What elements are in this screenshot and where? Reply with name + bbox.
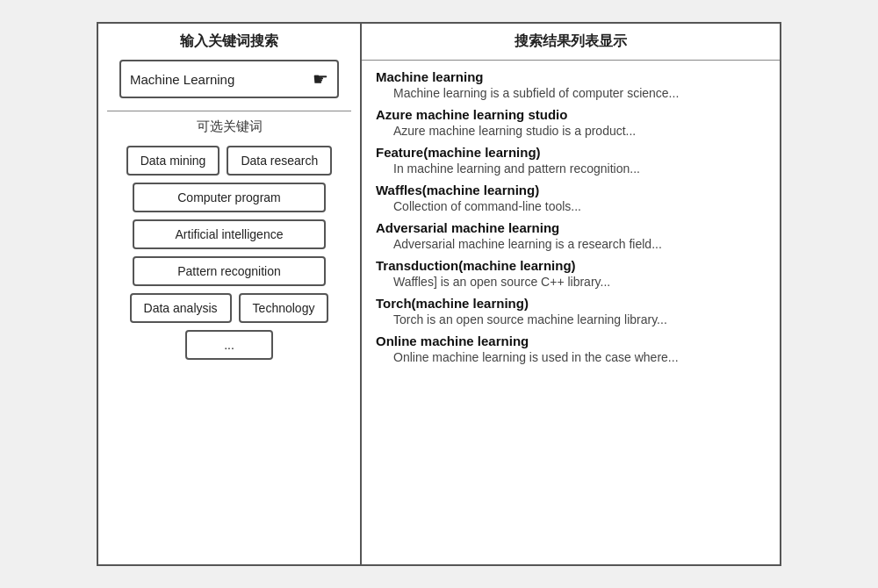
- result-item-6[interactable]: Torch(machine learning)Torch is an open …: [376, 296, 766, 326]
- result-desc-1: Azure machine learning studio is a produ…: [393, 124, 766, 138]
- keyword-btn-data-mining[interactable]: Data mining: [126, 146, 220, 176]
- keyword-btn-more[interactable]: ...: [185, 330, 273, 360]
- left-panel: 输入关键词搜索 Machine Learning ☛ 可选关键词 Data mi…: [98, 24, 362, 564]
- keywords-row-3: Pattern recognition: [133, 256, 326, 286]
- result-title-1: Azure machine learning studio: [376, 107, 766, 122]
- result-item-0[interactable]: Machine learningMachine learning is a su…: [376, 69, 766, 100]
- result-item-1[interactable]: Azure machine learning studioAzure machi…: [376, 107, 766, 138]
- result-title-6: Torch(machine learning): [376, 296, 766, 311]
- cursor-icon: ☛: [313, 68, 328, 90]
- keyword-btn-computer-program[interactable]: Computer program: [133, 183, 326, 212]
- main-container: 输入关键词搜索 Machine Learning ☛ 可选关键词 Data mi…: [97, 22, 781, 566]
- result-title-0: Machine learning: [376, 69, 766, 84]
- result-desc-4: Adversarial machine learning is a resear…: [393, 237, 766, 251]
- right-panel-title: 搜索结果列表显示: [362, 24, 780, 61]
- keywords-section: Data mining Data research Computer progr…: [107, 146, 351, 360]
- result-desc-6: Torch is an open source machine learning…: [393, 312, 766, 326]
- keywords-title: 可选关键词: [197, 118, 263, 135]
- divider: [107, 111, 351, 111]
- search-input-text: Machine Learning: [130, 72, 234, 87]
- keywords-row-0: Data mining Data research: [126, 146, 333, 176]
- keyword-btn-data-analysis[interactable]: Data analysis: [130, 293, 232, 323]
- result-item-5[interactable]: Transduction(machine learning)Waffles] i…: [376, 258, 766, 289]
- keywords-row-4: Data analysis Technology: [130, 293, 329, 323]
- keywords-row-1: Computer program: [133, 183, 326, 212]
- result-item-4[interactable]: Adversarial machine learningAdversarial …: [376, 220, 766, 251]
- search-input-wrapper[interactable]: Machine Learning ☛: [119, 60, 339, 98]
- keywords-row-2: Artificial intelligence: [133, 219, 326, 249]
- keyword-btn-data-research[interactable]: Data research: [227, 146, 332, 176]
- result-item-2[interactable]: Feature(machine learning)In machine lear…: [376, 145, 766, 176]
- result-title-2: Feature(machine learning): [376, 145, 766, 160]
- result-title-4: Adversarial machine learning: [376, 220, 766, 235]
- left-panel-title: 输入关键词搜索: [180, 32, 278, 51]
- result-desc-5: Waffles] is an open source C++ library..…: [393, 275, 766, 289]
- result-title-5: Transduction(machine learning): [376, 258, 766, 273]
- result-title-7: Online machine learning: [376, 333, 766, 348]
- result-item-3[interactable]: Waffles(machine learning)Collection of c…: [376, 183, 766, 213]
- keywords-row-5: ...: [185, 330, 273, 360]
- result-desc-2: In machine learning and pattern recognit…: [393, 161, 766, 176]
- results-area[interactable]: Machine learningMachine learning is a su…: [362, 61, 780, 564]
- result-desc-0: Machine learning is a subfield of comput…: [393, 86, 766, 100]
- keyword-btn-pattern-recognition[interactable]: Pattern recognition: [133, 256, 326, 286]
- result-item-7[interactable]: Online machine learningOnline machine le…: [376, 333, 766, 364]
- result-title-3: Waffles(machine learning): [376, 183, 766, 197]
- result-desc-3: Collection of command-line tools...: [393, 199, 766, 213]
- result-desc-7: Online machine learning is used in the c…: [393, 350, 766, 364]
- right-panel: 搜索结果列表显示 Machine learningMachine learnin…: [362, 24, 780, 564]
- keyword-btn-technology[interactable]: Technology: [239, 293, 329, 323]
- keyword-btn-artificial-intelligence[interactable]: Artificial intelligence: [133, 219, 326, 249]
